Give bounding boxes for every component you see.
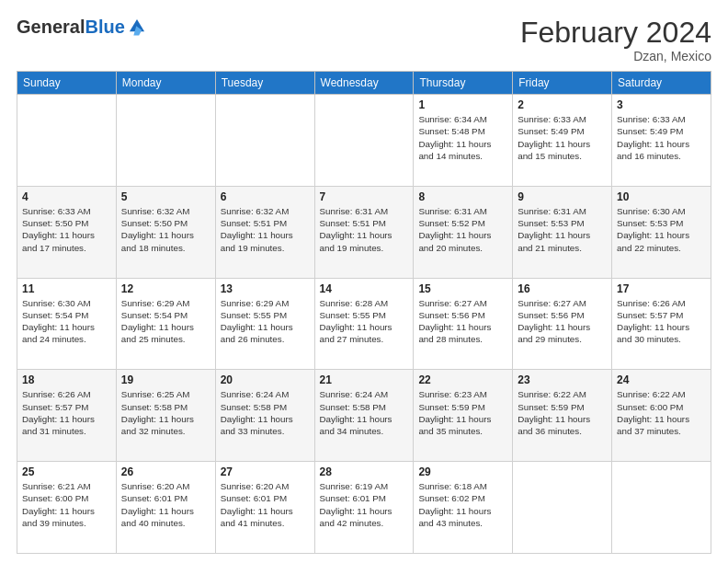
calendar-week-row: 4Sunrise: 6:33 AMSunset: 5:50 PMDaylight…: [17, 186, 711, 278]
calendar-cell: [314, 95, 414, 187]
calendar-cell: [17, 95, 117, 187]
day-number: 15: [418, 282, 507, 295]
day-info: Sunrise: 6:24 AMSunset: 5:58 PMDaylight:…: [221, 388, 310, 437]
calendar-cell: 28Sunrise: 6:19 AMSunset: 6:01 PMDayligh…: [314, 462, 414, 554]
calendar-cell: [513, 462, 612, 554]
calendar-cell: 2Sunrise: 6:33 AMSunset: 5:49 PMDaylight…: [513, 95, 612, 187]
day-of-week-header: Friday: [513, 72, 612, 95]
day-number: 8: [418, 190, 507, 203]
calendar-cell: 12Sunrise: 6:29 AMSunset: 5:54 PMDayligh…: [116, 278, 215, 370]
calendar-cell: [116, 95, 215, 187]
day-number: 18: [22, 373, 111, 386]
day-info: Sunrise: 6:23 AMSunset: 5:59 PMDaylight:…: [418, 388, 507, 437]
day-number: 27: [221, 465, 310, 478]
day-number: 22: [418, 373, 507, 386]
day-number: 5: [121, 190, 210, 203]
day-number: 14: [320, 282, 409, 295]
calendar-cell: 20Sunrise: 6:24 AMSunset: 5:58 PMDayligh…: [215, 370, 314, 462]
calendar-cell: 6Sunrise: 6:32 AMSunset: 5:51 PMDaylight…: [215, 186, 314, 278]
day-info: Sunrise: 6:21 AMSunset: 6:00 PMDaylight:…: [22, 480, 111, 529]
calendar-cell: [215, 95, 314, 187]
calendar-cell: 9Sunrise: 6:31 AMSunset: 5:53 PMDaylight…: [513, 186, 612, 278]
day-number: 12: [121, 282, 210, 295]
day-number: 10: [617, 190, 706, 203]
calendar-week-row: 25Sunrise: 6:21 AMSunset: 6:00 PMDayligh…: [17, 462, 711, 554]
calendar-cell: 15Sunrise: 6:27 AMSunset: 5:56 PMDayligh…: [414, 278, 513, 370]
calendar-cell: 17Sunrise: 6:26 AMSunset: 5:57 PMDayligh…: [612, 278, 711, 370]
day-of-week-header: Thursday: [414, 72, 513, 95]
day-info: Sunrise: 6:20 AMSunset: 6:01 PMDaylight:…: [221, 480, 310, 529]
day-number: 7: [320, 190, 409, 203]
calendar-week-row: 11Sunrise: 6:30 AMSunset: 5:54 PMDayligh…: [17, 278, 711, 370]
location: Dzan, Mexico: [520, 49, 711, 63]
day-number: 4: [22, 190, 111, 203]
day-info: Sunrise: 6:31 AMSunset: 5:53 PMDaylight:…: [518, 205, 607, 254]
calendar-week-row: 1Sunrise: 6:34 AMSunset: 5:48 PMDaylight…: [17, 95, 711, 187]
day-info: Sunrise: 6:33 AMSunset: 5:49 PMDaylight:…: [617, 113, 706, 162]
day-number: 29: [418, 465, 507, 478]
calendar-cell: 3Sunrise: 6:33 AMSunset: 5:49 PMDaylight…: [612, 95, 711, 187]
calendar-cell: 13Sunrise: 6:29 AMSunset: 5:55 PMDayligh…: [215, 278, 314, 370]
day-info: Sunrise: 6:26 AMSunset: 5:57 PMDaylight:…: [617, 297, 706, 346]
day-info: Sunrise: 6:32 AMSunset: 5:50 PMDaylight:…: [121, 205, 210, 254]
day-info: Sunrise: 6:33 AMSunset: 5:49 PMDaylight:…: [518, 113, 607, 162]
calendar-cell: 27Sunrise: 6:20 AMSunset: 6:01 PMDayligh…: [215, 462, 314, 554]
day-info: Sunrise: 6:30 AMSunset: 5:53 PMDaylight:…: [617, 205, 706, 254]
day-number: 1: [418, 98, 507, 111]
day-of-week-header: Monday: [116, 72, 215, 95]
day-number: 28: [320, 465, 409, 478]
day-info: Sunrise: 6:27 AMSunset: 5:56 PMDaylight:…: [518, 297, 607, 346]
calendar-cell: 10Sunrise: 6:30 AMSunset: 5:53 PMDayligh…: [612, 186, 711, 278]
day-info: Sunrise: 6:22 AMSunset: 5:59 PMDaylight:…: [518, 388, 607, 437]
calendar-cell: 1Sunrise: 6:34 AMSunset: 5:48 PMDaylight…: [414, 95, 513, 187]
calendar-cell: 22Sunrise: 6:23 AMSunset: 5:59 PMDayligh…: [414, 370, 513, 462]
calendar-cell: 21Sunrise: 6:24 AMSunset: 5:58 PMDayligh…: [314, 370, 414, 462]
calendar-header-row: SundayMondayTuesdayWednesdayThursdayFrid…: [17, 72, 711, 95]
calendar-cell: 8Sunrise: 6:31 AMSunset: 5:52 PMDaylight…: [414, 186, 513, 278]
day-info: Sunrise: 6:29 AMSunset: 5:55 PMDaylight:…: [221, 297, 310, 346]
day-info: Sunrise: 6:30 AMSunset: 5:54 PMDaylight:…: [22, 297, 111, 346]
day-info: Sunrise: 6:34 AMSunset: 5:48 PMDaylight:…: [418, 113, 507, 162]
calendar-cell: 14Sunrise: 6:28 AMSunset: 5:55 PMDayligh…: [314, 278, 414, 370]
day-info: Sunrise: 6:32 AMSunset: 5:51 PMDaylight:…: [221, 205, 310, 254]
day-number: 17: [617, 282, 706, 295]
day-number: 20: [221, 373, 310, 386]
title-block: February 2024 Dzan, Mexico: [520, 17, 711, 63]
day-of-week-header: Saturday: [612, 72, 711, 95]
calendar-table: SundayMondayTuesdayWednesdayThursdayFrid…: [17, 71, 711, 554]
calendar-cell: 7Sunrise: 6:31 AMSunset: 5:51 PMDaylight…: [314, 186, 414, 278]
day-info: Sunrise: 6:18 AMSunset: 6:02 PMDaylight:…: [418, 480, 507, 529]
day-number: 23: [518, 373, 607, 386]
logo-blue-text: Blue: [85, 17, 124, 37]
day-number: 3: [617, 98, 706, 111]
calendar-cell: 18Sunrise: 6:26 AMSunset: 5:57 PMDayligh…: [17, 370, 117, 462]
day-number: 11: [22, 282, 111, 295]
logo-general-text: General: [17, 17, 85, 37]
calendar-cell: 11Sunrise: 6:30 AMSunset: 5:54 PMDayligh…: [17, 278, 117, 370]
calendar-cell: 26Sunrise: 6:20 AMSunset: 6:01 PMDayligh…: [116, 462, 215, 554]
day-number: 24: [617, 373, 706, 386]
day-number: 9: [518, 190, 607, 203]
calendar-cell: 23Sunrise: 6:22 AMSunset: 5:59 PMDayligh…: [513, 370, 612, 462]
calendar-cell: 5Sunrise: 6:32 AMSunset: 5:50 PMDaylight…: [116, 186, 215, 278]
day-number: 13: [221, 282, 310, 295]
calendar-cell: [612, 462, 711, 554]
day-info: Sunrise: 6:26 AMSunset: 5:57 PMDaylight:…: [22, 388, 111, 437]
day-info: Sunrise: 6:29 AMSunset: 5:54 PMDaylight:…: [121, 297, 210, 346]
day-info: Sunrise: 6:31 AMSunset: 5:51 PMDaylight:…: [320, 205, 409, 254]
logo: GeneralBlue: [17, 17, 147, 37]
page: GeneralBlue February 2024 Dzan, Mexico S…: [0, 0, 728, 563]
day-info: Sunrise: 6:20 AMSunset: 6:01 PMDaylight:…: [121, 480, 210, 529]
day-info: Sunrise: 6:19 AMSunset: 6:01 PMDaylight:…: [320, 480, 409, 529]
day-of-week-header: Tuesday: [215, 72, 314, 95]
day-number: 25: [22, 465, 111, 478]
day-number: 6: [221, 190, 310, 203]
calendar-week-row: 18Sunrise: 6:26 AMSunset: 5:57 PMDayligh…: [17, 370, 711, 462]
day-number: 2: [518, 98, 607, 111]
day-number: 21: [320, 373, 409, 386]
calendar-cell: 4Sunrise: 6:33 AMSunset: 5:50 PMDaylight…: [17, 186, 117, 278]
calendar-cell: 25Sunrise: 6:21 AMSunset: 6:00 PMDayligh…: [17, 462, 117, 554]
header: GeneralBlue February 2024 Dzan, Mexico: [17, 17, 711, 63]
calendar-cell: 29Sunrise: 6:18 AMSunset: 6:02 PMDayligh…: [414, 462, 513, 554]
day-info: Sunrise: 6:28 AMSunset: 5:55 PMDaylight:…: [320, 297, 409, 346]
